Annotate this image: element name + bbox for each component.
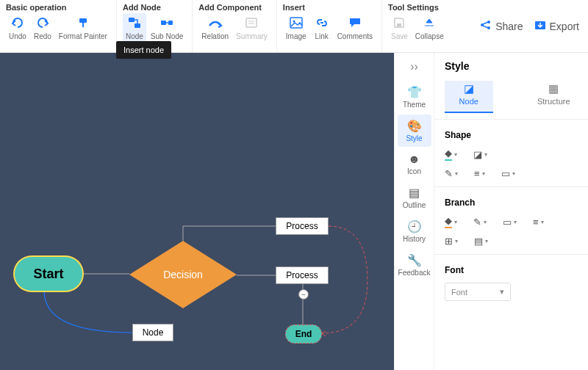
export-label: Export	[550, 21, 579, 32]
shadow-icon: ◪	[473, 149, 482, 160]
icon-icon: ☻	[398, 153, 431, 166]
shape-line-style-picker[interactable]: ≡▾	[474, 168, 485, 179]
branch-stroke-picker[interactable]: ✎▾	[473, 215, 487, 228]
start-node[interactable]: Start	[15, 257, 82, 291]
link-button[interactable]: Link	[311, 13, 333, 42]
process-node-2[interactable]: Process	[276, 266, 329, 284]
save-button[interactable]: Save	[388, 13, 411, 42]
shape-dash-picker[interactable]: ▭▾	[501, 168, 515, 179]
branch-shape-picker[interactable]: ▭▾	[503, 215, 517, 228]
share-icon	[479, 19, 492, 33]
insert-node-button[interactable]: Node	[123, 13, 146, 42]
canvas[interactable]: Start Decision Process Process Node End …	[0, 53, 394, 370]
comments-button[interactable]: Comments	[334, 13, 376, 42]
rail-history[interactable]: 🕘 History	[398, 215, 431, 247]
share-export-group: Share Export	[479, 0, 588, 52]
pencil-icon: ✎	[473, 217, 481, 228]
shape-shadow-picker[interactable]: ◪▾	[473, 148, 487, 161]
font-value: Font	[451, 288, 467, 297]
tab-node[interactable]: ◪ Node	[445, 81, 493, 113]
panel-collapse-button[interactable]: ››	[395, 57, 434, 79]
main-toolbar: Basic operation Undo Redo Format Painter…	[0, 0, 588, 53]
node-icon	[126, 15, 143, 31]
outline-icon: ▤	[398, 186, 431, 200]
sub-node-icon	[159, 15, 175, 31]
export-icon	[534, 19, 547, 33]
relation-icon	[207, 15, 223, 31]
rail-style[interactable]: 🎨 Style	[398, 115, 431, 147]
collapse-button[interactable]: Collapse	[412, 13, 447, 42]
group-title: Tool Settings	[388, 3, 447, 12]
summary-icon	[243, 15, 259, 31]
process-node-1[interactable]: Process	[276, 217, 329, 235]
rail-feedback[interactable]: 🔧 Feedback	[398, 249, 431, 281]
shape-section-title: Shape	[445, 130, 578, 140]
rail-icon[interactable]: ☻ Icon	[398, 148, 431, 180]
share-label: Share	[495, 21, 523, 32]
generic-node[interactable]: Node	[132, 324, 173, 341]
panel-tabs: ◪ Node ▦ Structure	[445, 81, 578, 113]
undo-button[interactable]: Undo	[6, 13, 29, 42]
fill-icon: ◆	[445, 148, 452, 161]
rect-icon: ▭	[503, 217, 512, 228]
separator	[434, 254, 588, 255]
decision-label: Decision	[129, 241, 237, 308]
group-insert: Insert Image Link Comments	[277, 0, 382, 52]
shape-fill-picker[interactable]: ◆▾	[445, 148, 457, 161]
svg-point-10	[293, 21, 295, 23]
group-title: Add Node	[123, 3, 186, 12]
end-node[interactable]: End	[285, 324, 322, 344]
summary-button[interactable]: Summary	[233, 13, 270, 42]
svg-rect-0	[79, 18, 87, 23]
style-panel: Style ◪ Node ▦ Structure Shape ◆▾ ◪▾ ✎▾ …	[434, 53, 588, 370]
link-icon	[314, 15, 330, 31]
relation-button[interactable]: Relation	[198, 13, 232, 42]
lines-icon: ≡	[474, 168, 480, 179]
font-select[interactable]: Font ▾	[445, 283, 511, 301]
structure-tab-icon: ▦	[530, 82, 578, 95]
separator	[434, 119, 588, 120]
branch-line-picker[interactable]: ≡▾	[533, 215, 544, 228]
svg-rect-6	[246, 18, 257, 27]
style-icon: 🎨	[398, 119, 431, 133]
svg-rect-4	[161, 21, 166, 25]
tab-structure[interactable]: ▦ Structure	[530, 81, 578, 113]
font-section-title: Font	[445, 265, 578, 275]
rail-theme[interactable]: 👕 Theme	[398, 81, 431, 113]
group-title: Add Component	[198, 3, 270, 12]
format-painter-button[interactable]: Format Painter	[56, 13, 110, 42]
save-icon	[391, 15, 407, 31]
group-basic: Basic operation Undo Redo Format Painter	[0, 0, 117, 52]
collapse-toggle-icon[interactable]: −	[298, 289, 309, 300]
panel-title: Style	[445, 60, 578, 72]
group-title: Insert	[283, 3, 376, 12]
right-rail: ›› 👕 Theme 🎨 Style ☻ Icon ▤ Outline 🕘 Hi…	[394, 53, 434, 370]
connector-lines	[0, 53, 394, 370]
insert-node-tooltip: Insert node	[116, 41, 171, 59]
separator	[434, 186, 588, 187]
redo-icon	[35, 15, 51, 31]
group-add-component: Add Component Relation Summary	[193, 0, 277, 52]
shape-border-picker[interactable]: ✎▾	[445, 168, 458, 179]
decision-node[interactable]: Decision	[129, 241, 237, 308]
branch-color-picker[interactable]: ◆▾	[445, 215, 457, 228]
group-title: Basic operation	[6, 3, 110, 12]
svg-rect-1	[82, 23, 84, 27]
share-button[interactable]: Share	[479, 19, 523, 33]
lines-icon: ≡	[533, 217, 539, 228]
pattern-icon: ⊞	[445, 236, 453, 247]
branch-pattern2-picker[interactable]: ▤▾	[474, 236, 488, 247]
sub-node-button[interactable]: Sub Node	[148, 13, 186, 42]
workspace: Start Decision Process Process Node End …	[0, 53, 588, 370]
redo-button[interactable]: Redo	[31, 13, 54, 42]
group-tool-settings: Tool Settings Save Collapse	[382, 0, 453, 52]
collapse-icon	[421, 15, 437, 31]
image-icon	[288, 15, 304, 31]
image-button[interactable]: Image	[283, 13, 309, 42]
branch-pattern1-picker[interactable]: ⊞▾	[445, 236, 458, 247]
pencil-icon: ✎	[445, 168, 453, 179]
export-button[interactable]: Export	[534, 19, 579, 33]
pattern2-icon: ▤	[474, 236, 483, 247]
rail-outline[interactable]: ▤ Outline	[398, 181, 431, 214]
chevron-down-icon: ▾	[500, 287, 504, 297]
